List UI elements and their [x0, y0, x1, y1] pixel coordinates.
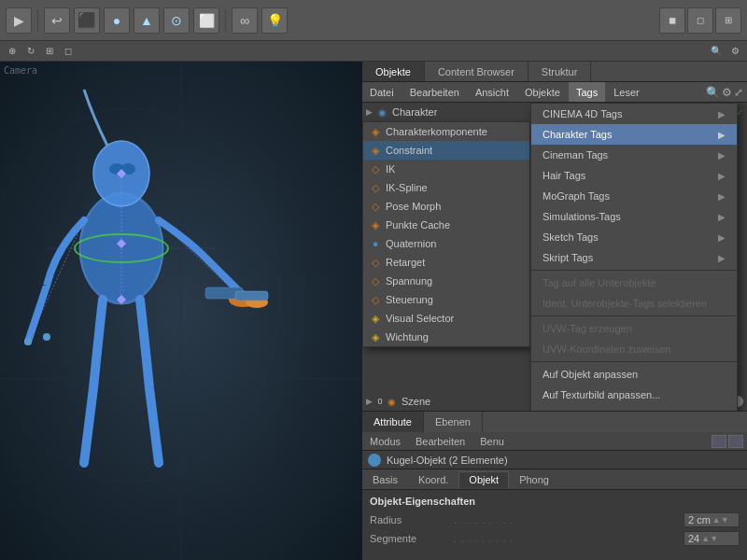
toolbar-icon-play[interactable]: ▶ — [6, 7, 32, 34]
top-toolbar: ▶ ↩ ⬛ ● ▲ ⊙ ⬜ ∞ 💡 ◼ ◻ ⊞ — [0, 0, 747, 41]
ctx-charakterkomponente[interactable]: ◈ Charakterkomponente — [363, 122, 529, 141]
icon-ik-spline: ◇ — [369, 181, 382, 194]
attr-icon-2 — [728, 435, 743, 448]
tree-icon-szene: ◉ — [385, 395, 398, 408]
tags-mograph[interactable]: MoGraph Tags ▶ — [531, 186, 737, 206]
tags-auf-objekt[interactable]: Auf Objekt anpassen — [531, 364, 737, 385]
tags-cineman[interactable]: Cineman Tags ▶ — [531, 145, 737, 165]
ctx-ik-spline[interactable]: ◇ IK-Spline — [363, 178, 529, 197]
tags-ident: Ident. Unterobjekte-Tags selektieren — [531, 293, 737, 314]
tree-label-charakter: Charakter — [392, 106, 437, 118]
toolbar-icon-light[interactable]: 💡 — [261, 7, 288, 34]
tags-auf-texturbild[interactable]: Auf Texturbild anpassen... — [531, 385, 737, 405]
toolbar-icon-loop[interactable]: ∞ — [232, 7, 258, 34]
toolbar-icon-extra2[interactable]: ◻ — [687, 7, 713, 34]
tags-auf-rahmen[interactable]: Auf Rahmen anpassen — [531, 405, 737, 411]
attr-menu-bearbeiten[interactable]: Bearbeiten — [408, 435, 472, 448]
tree-arrow-szene: ▶ — [366, 397, 375, 406]
toolbar-icon-sphere[interactable]: ● — [104, 7, 130, 34]
viewport-3d[interactable]: Camera — [0, 62, 362, 560]
ctx-quaternion[interactable]: ● Quaternion — [363, 234, 529, 253]
attr-label-radius: Radius — [370, 514, 454, 525]
menu-ansicht[interactable]: Ansicht — [468, 82, 516, 102]
tags-charakter[interactable]: Charakter Tags ▶ — [531, 124, 737, 145]
inner-tab-basis[interactable]: Basis — [362, 471, 408, 488]
inner-tab-phong[interactable]: Phong — [509, 471, 559, 488]
menu-bearbeiten[interactable]: Bearbeiten — [402, 82, 467, 102]
tree-label-szene: Szene — [402, 396, 430, 407]
toolbar-sm-scale[interactable]: ⊞ — [41, 43, 58, 60]
arrow-cinema4d: ▶ — [718, 109, 726, 119]
toolbar-icon-extra1[interactable]: ◼ — [659, 7, 685, 34]
icon-visual-selector: ◈ — [369, 312, 382, 325]
attr-value-segmente[interactable]: 24 ▲▼ — [684, 531, 740, 546]
tab-objekte[interactable]: Objekte — [362, 62, 425, 81]
ctx-pose-morph[interactable]: ◇ Pose Morph — [363, 197, 529, 216]
tags-cinema4d[interactable]: CINEMA 4D Tags ▶ — [531, 104, 737, 124]
ctx-retarget[interactable]: ◇ Retarget — [363, 253, 529, 272]
settings-icon-menu[interactable]: ⚙ — [722, 86, 732, 99]
attr-menu-benu[interactable]: Benu — [472, 435, 512, 448]
toolbar-icon-plane[interactable]: ⬜ — [193, 7, 219, 34]
menu-tags[interactable]: Tags — [569, 82, 605, 102]
inner-tab-koord[interactable]: Koord. — [408, 471, 458, 488]
arrow-simulations: ▶ — [718, 212, 726, 222]
right-panel: Objekte Content Browser Struktur Datei B… — [362, 62, 747, 560]
tab-attribute[interactable]: Attribute — [362, 412, 424, 432]
attr-object-icon — [368, 454, 381, 467]
context-menu-left: ◈ Charakterkomponente ◈ Constraint ◇ IK … — [362, 121, 530, 347]
arrow-mograph: ▶ — [718, 191, 726, 202]
icon-quaternion: ● — [369, 237, 382, 250]
arrow-sketch: ▶ — [718, 232, 726, 243]
toolbar-sm-rotate[interactable]: ↻ — [22, 43, 39, 60]
expand-icon-menu[interactable]: ⤢ — [734, 86, 743, 99]
toolbar-icon-extra3[interactable]: ⊞ — [715, 7, 741, 34]
menu-leser[interactable]: Leser — [606, 82, 647, 102]
radius-arrow-icon: ▲▼ — [712, 515, 729, 525]
tab-struktur[interactable]: Struktur — [529, 62, 592, 81]
attr-row-segmente: Segmente . . . . . . . . . 24 ▲▼ — [370, 531, 740, 546]
ctx-visual-selector[interactable]: ◈ Visual Selector — [363, 309, 529, 328]
icon-pose-morph: ◇ — [369, 200, 382, 213]
ctx-ik[interactable]: ◇ IK — [363, 160, 529, 178]
attr-section-title: Objekt-Eigenschaften — [370, 496, 740, 507]
attr-menu-modus[interactable]: Modus — [362, 435, 408, 448]
ctx-punkte-cache[interactable]: ◈ Punkte Cache — [363, 216, 529, 234]
tags-simulations[interactable]: Simulations-Tags ▶ — [531, 206, 737, 227]
icon-wichtung: ◈ — [369, 330, 382, 343]
szene-num-icon: 0 — [375, 397, 385, 406]
tab-ebenen[interactable]: Ebenen — [424, 412, 483, 432]
toolbar-sm-select[interactable]: ◻ — [60, 43, 77, 60]
tab-content-browser[interactable]: Content Browser — [425, 62, 529, 81]
toolbar-icon-cone[interactable]: ▲ — [134, 7, 160, 34]
toolbar-icon-torus[interactable]: ⊙ — [163, 7, 190, 34]
tags-hair[interactable]: Hair Tags ▶ — [531, 165, 737, 186]
object-tree[interactable]: ▶ ◉ Charakter ✓ ◈ Charakterkomponente — [362, 103, 747, 411]
ctx-constraint[interactable]: ◈ Constraint — [363, 141, 529, 160]
attr-row-radius: Radius . . . . . . . . . 2 cm ▲▼ — [370, 512, 740, 527]
tags-all-sub: Tag auf alle Unterobjekte — [531, 273, 737, 293]
attr-dots-radius: . . . . . . . . . — [454, 515, 684, 525]
menu-objekte[interactable]: Objekte — [517, 82, 568, 102]
main-layout: Camera Objekte Content Browser Struktur … — [0, 62, 747, 560]
settings-icon[interactable]: ⚙ — [726, 43, 743, 60]
toolbar-sm-move[interactable]: ⊕ — [4, 43, 21, 60]
inner-tab-objekt[interactable]: Objekt — [458, 471, 509, 488]
attr-dots-segmente: . . . . . . . . . — [454, 534, 684, 544]
tags-sketch[interactable]: Sketch Tags ▶ — [531, 227, 737, 247]
ctx-steuerung[interactable]: ◇ Steuerung — [363, 290, 529, 309]
attr-content: Objekt-Eigenschaften Radius . . . . . . … — [362, 490, 747, 560]
search-icon-menu[interactable]: 🔍 — [706, 86, 720, 99]
toolbar-icon-cube[interactable]: ⬛ — [74, 7, 100, 34]
toolbar-icon-undo[interactable]: ↩ — [44, 7, 70, 34]
attr-value-radius[interactable]: 2 cm ▲▼ — [684, 512, 740, 527]
menu-datei[interactable]: Datei — [362, 82, 402, 102]
arrow-cineman: ▶ — [718, 150, 726, 161]
svg-point-22 — [24, 338, 32, 345]
ctx-wichtung[interactable]: ◈ Wichtung — [363, 328, 529, 346]
tags-skript[interactable]: Skript Tags ▶ — [531, 247, 737, 268]
search-icon[interactable]: 🔍 — [708, 43, 725, 60]
tree-arrow-charakter: ▶ — [366, 107, 375, 117]
icon-ik: ◇ — [369, 162, 382, 175]
ctx-spannung[interactable]: ◇ Spannung — [363, 272, 529, 290]
